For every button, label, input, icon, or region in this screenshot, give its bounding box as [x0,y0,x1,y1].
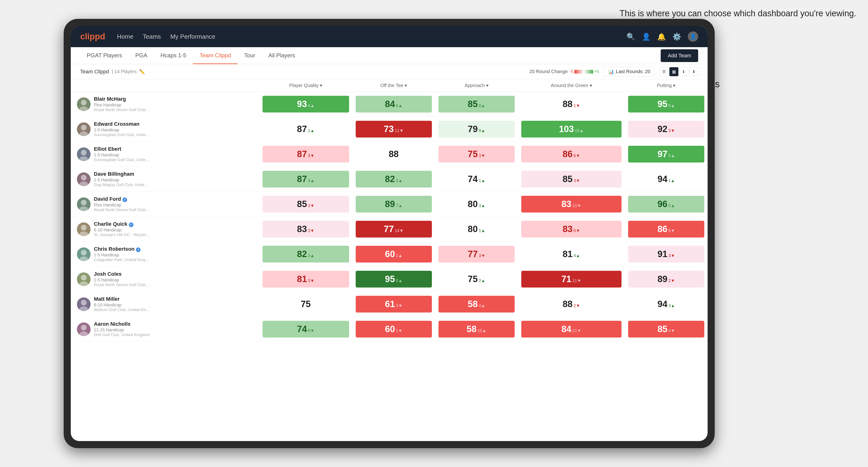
player-cell: Josh Coles 1-5 Handicap Royal North Devo… [71,267,259,292]
score-change: 11▼ [572,278,582,283]
score-cell-approach: 80 3▲ [435,192,518,217]
subnav-hcaps[interactable]: Hcaps 1-5 [154,48,193,64]
score-cell-quality: 87 3▼ [259,142,352,167]
col-header-quality[interactable]: Player Quality ▾ [259,79,352,92]
score-change: 1▼ [396,328,402,333]
score-number: 96 [657,199,667,209]
score-value: 82 3▲ [262,246,349,262]
score-value: 80 3▲ [438,196,515,213]
player-avatar [77,222,91,236]
score-number: 75 [468,274,478,284]
score-cell-tee: 89 7▲ [352,192,435,217]
score-cell-quality: 83 3▼ [259,217,352,242]
score-value: 87 1▲ [262,121,349,137]
table-row[interactable]: Elliot Ebert 1-5 Handicap Sunningdale Go… [71,142,708,167]
score-change: 2▼ [574,303,580,308]
score-value: 85 8▲ [438,96,515,113]
nav-icons: 🔍 👤 🔔 ⚙️ 👤 [626,31,698,42]
subnav-all-players[interactable]: All Players [262,48,302,64]
score-cell-putting: 91 3▼ [625,242,708,267]
verified-icon: ✓ [129,222,133,227]
table-row[interactable]: David Ford ✓ Plus Handicap Royal North D… [71,192,708,217]
score-value: 75 3▼ [438,146,515,162]
annotation-intro: This is where you can choose which dashb… [620,7,856,20]
search-icon[interactable]: 🔍 [626,33,635,41]
col-header-tee[interactable]: Off the Tee ▾ [352,79,435,92]
svg-point-9 [81,200,87,206]
score-cell-quality: 75 [259,292,352,317]
player-avatar [77,272,91,286]
score-change: 1▲ [478,178,485,183]
subnav-pga[interactable]: PGA [129,48,154,64]
score-change: 6▼ [574,228,580,233]
table-row[interactable]: Josh Coles 1-5 Handicap Royal North Devo… [71,267,708,292]
view-download-button[interactable]: ⬇ [689,67,698,76]
score-number: 86 [657,224,667,234]
player-name: Josh Coles [94,271,151,277]
svg-point-12 [80,231,88,236]
table-row[interactable]: Dave Billingham 1-5 Handicap Gog Magog G… [71,167,708,192]
score-value: 81 4▲ [521,246,621,262]
subnav: PGAT Players PGA Hcaps 1-5 Team Clippd T… [71,47,708,64]
table-row[interactable]: Chris Robertson ✓ 1-5 Handicap Craigmill… [71,242,708,267]
score-cell-green: 81 4▲ [518,242,625,267]
score-cell-tee: 73 11▼ [352,117,435,142]
svg-point-13 [81,250,87,255]
table-row[interactable]: Blair McHarg Plus Handicap Royal North D… [71,92,708,117]
score-number: 95 [385,274,395,284]
nav-link-performance[interactable]: My Performance [170,33,215,40]
team-name: Team Clippd [80,69,109,75]
data-table: Player Quality ▾ Off the Tee ▾ Approach … [71,79,708,342]
score-number: 80 [468,224,478,234]
view-list-button[interactable]: ☰ [659,67,669,76]
round-change-label: 20 Round Change [529,69,567,74]
team-count: | 14 Players [112,69,136,74]
player-handicap: 6-10 Handicap [94,228,151,232]
nav-link-teams[interactable]: Teams [143,33,161,40]
score-cell-tee: 77 14▼ [352,217,435,242]
score-number: 75 [301,299,311,309]
col-header-approach[interactable]: Approach ▾ [435,79,518,92]
player-cell: Dave Billingham 1-5 Handicap Gog Magog G… [71,167,259,192]
col-header-green[interactable]: Around the Green ▾ [518,79,625,92]
score-number: 93 [297,99,307,109]
score-cell-putting: 86 8▼ [625,217,708,242]
player-handicap: 1-5 Handicap [94,278,151,283]
score-change: 5▲ [669,153,675,158]
player-handicap: 1-5 Handicap [94,253,151,257]
score-number: 82 [385,174,395,184]
subnav-tour[interactable]: Tour [238,48,262,64]
settings-icon[interactable]: ⚙️ [673,33,681,41]
user-icon[interactable]: 👤 [642,33,651,41]
score-cell-green: 86 6▼ [518,142,625,167]
svg-point-10 [80,206,88,211]
subnav-pgat[interactable]: PGAT Players [80,48,129,64]
score-value: 93 4▲ [262,96,349,113]
view-grid-button[interactable]: ▦ [670,67,678,76]
score-cell-approach: 74 1▲ [435,167,518,192]
score-value: 87 3▼ [262,146,349,162]
table-row[interactable]: Edward Crossman 1-5 Handicap Sunningdale… [71,117,708,142]
score-change: 3▲ [478,203,485,208]
score-cell-approach: 75 2▲ [435,267,518,292]
edit-icon[interactable]: ✏️ [139,69,145,74]
player-info: Edward Crossman 1-5 Handicap Sunningdale… [94,121,151,137]
subnav-team-clippd[interactable]: Team Clippd [193,48,238,64]
col-header-putting[interactable]: Putting ▾ [625,79,708,92]
avatar[interactable]: 👤 [688,31,698,42]
table-row[interactable]: Aaron Nicholls 11-15 Handicap Drift Golf… [71,317,708,342]
player-avatar [77,122,91,136]
team-controls: 20 Round Change -5 +5 📊 Last Rounds: 20 … [529,67,698,76]
table-row[interactable]: Matt Miller 6-10 Handicap Woburn Golf Cl… [71,292,708,317]
table-row[interactable]: Charlie Quick ✓ 6-10 Handicap St. George… [71,217,708,242]
score-cell-quality: 93 4▲ [259,92,352,117]
score-number: 77 [384,224,394,234]
add-team-button[interactable]: Add Team [661,49,698,62]
nav-link-home[interactable]: Home [117,33,133,40]
score-cell-putting: 85 4▼ [625,317,708,342]
last-rounds-button[interactable]: 📊 Last Rounds: 20 [603,67,655,76]
nav-links: Home Teams My Performance [117,33,626,40]
view-heatmap-button[interactable]: 🌡 [679,67,688,76]
score-number: 94 [657,299,667,309]
bell-icon[interactable]: 🔔 [657,33,666,41]
